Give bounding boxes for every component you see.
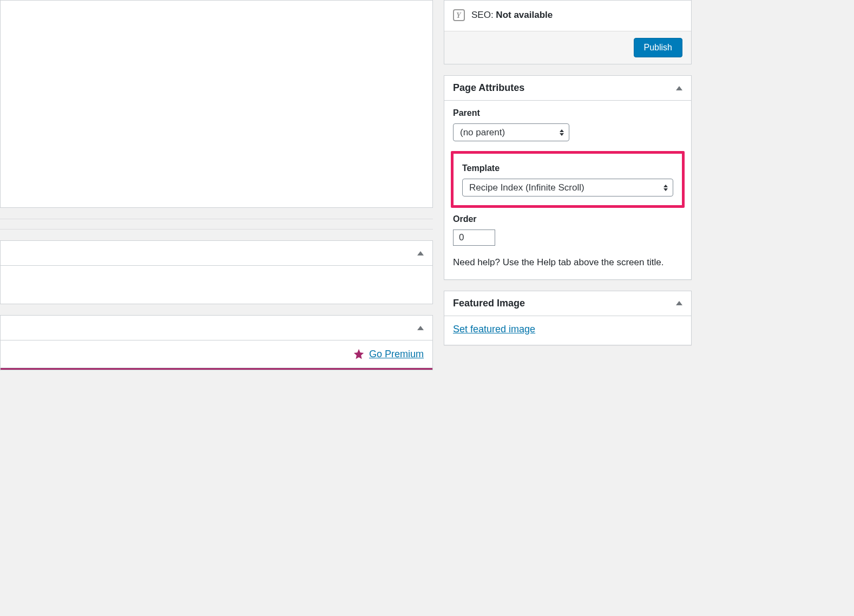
order-label: Order: [453, 214, 682, 224]
yoast-icon: Y: [453, 9, 465, 21]
template-highlight-box: Template Recipe Index (Infinite Scroll): [451, 151, 685, 208]
set-featured-image-link[interactable]: Set featured image: [453, 324, 535, 335]
parent-select[interactable]: (no parent): [453, 123, 569, 141]
premium-accent-border: [1, 368, 432, 370]
metabox-collapsed-1: [0, 240, 433, 304]
publish-metabox: Y SEO: Not available Publish: [444, 0, 692, 64]
page-attributes-metabox: Page Attributes Parent (no parent) Templ…: [444, 75, 692, 280]
featured-image-metabox: Featured Image Set featured image: [444, 291, 692, 345]
parent-label: Parent: [453, 108, 682, 118]
seo-value: Not available: [496, 10, 553, 20]
seo-label: SEO:: [471, 10, 496, 20]
collapse-toggle-icon[interactable]: [417, 326, 424, 330]
publish-button[interactable]: Publish: [634, 38, 682, 57]
template-label: Template: [462, 163, 673, 173]
featured-image-title: Featured Image: [453, 298, 525, 309]
page-attributes-title: Page Attributes: [453, 82, 524, 94]
collapse-toggle-icon[interactable]: [676, 86, 682, 90]
collapse-toggle-icon[interactable]: [417, 251, 424, 255]
order-input[interactable]: [453, 230, 495, 246]
go-premium-row: Go Premium: [1, 340, 432, 368]
go-premium-link[interactable]: Go Premium: [369, 349, 424, 360]
seo-status-row: Y SEO: Not available: [453, 6, 682, 24]
template-select[interactable]: Recipe Index (Infinite Scroll): [462, 179, 673, 196]
star-icon: [353, 348, 365, 360]
editor-content-area: [0, 0, 433, 208]
section-divider: [0, 219, 433, 230]
help-text: Need help? Use the Help tab above the sc…: [453, 255, 682, 270]
metabox-yoast: Go Premium: [0, 315, 433, 370]
collapse-toggle-icon[interactable]: [676, 301, 682, 305]
